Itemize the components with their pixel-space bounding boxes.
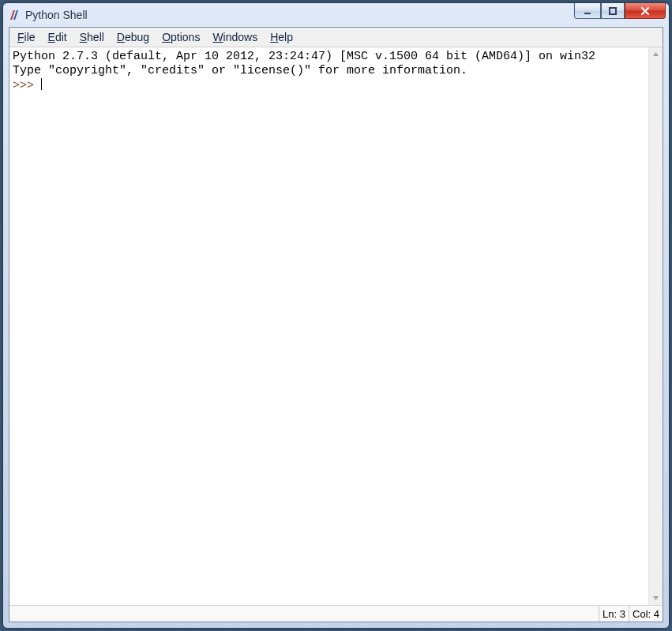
content-row: Python 2.7.3 (default, Apr 10 2012, 23:2… [9,47,663,605]
menu-debug[interactable]: Debug [111,29,156,45]
vertical-scrollbar[interactable] [648,47,663,605]
minimize-button[interactable] [574,3,601,19]
menu-edit[interactable]: Edit [42,29,73,45]
status-col: Col: 4 [629,606,663,622]
svg-rect-1 [610,8,616,14]
status-filler [9,606,599,622]
maximize-button[interactable] [601,3,625,19]
scroll-up-arrow-icon[interactable] [649,47,663,61]
menu-options[interactable]: Options [156,29,206,45]
scroll-down-arrow-icon[interactable] [649,592,663,605]
window-title: Python Shell [25,9,88,21]
menu-file[interactable]: File [11,29,42,45]
tk-feather-icon [8,9,21,21]
status-bar: Ln: 3 Col: 4 [9,605,663,622]
menu-windows[interactable]: Windows [206,29,264,45]
window-controls [574,3,669,27]
text-cursor [41,78,42,90]
status-line: Ln: 3 [599,606,629,622]
window-frame: Python Shell File Edit Shell Debug Optio… [2,2,670,629]
svg-rect-0 [584,13,591,14]
shell-prompt: >>> [13,79,41,92]
banner-line-1: Python 2.7.3 (default, Apr 10 2012, 23:2… [13,50,595,63]
menu-bar: File Edit Shell Debug Options Windows He… [9,28,663,47]
banner-line-2: Type "copyright", "credits" or "license(… [13,64,467,77]
title-bar[interactable]: Python Shell [3,3,669,27]
close-button[interactable] [625,3,666,19]
client-area: File Edit Shell Debug Options Windows He… [9,27,663,622]
menu-shell[interactable]: Shell [73,29,111,45]
menu-help[interactable]: Help [264,29,299,45]
shell-output[interactable]: Python 2.7.3 (default, Apr 10 2012, 23:2… [9,47,648,605]
